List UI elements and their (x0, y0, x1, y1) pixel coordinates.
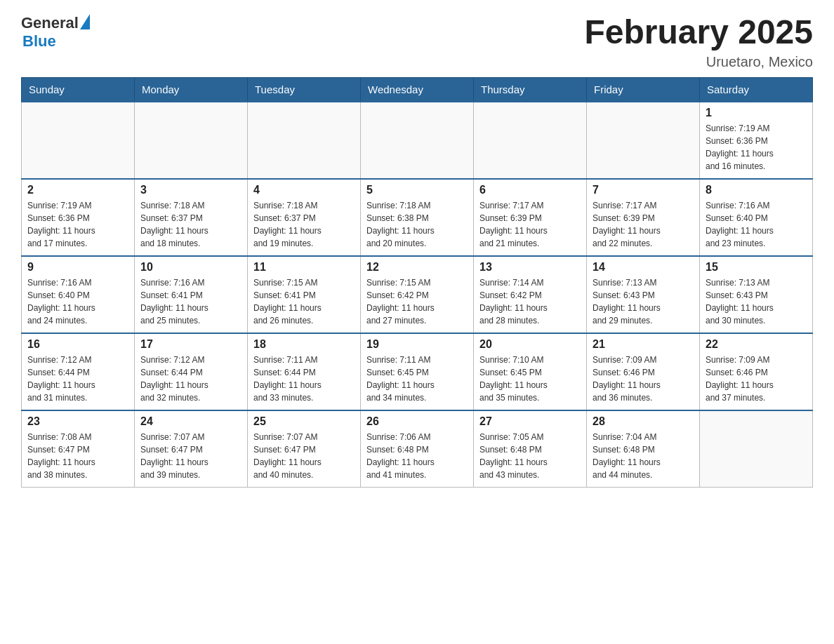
day-number: 9 (27, 261, 128, 274)
calendar-cell-w1-d0 (22, 102, 135, 179)
day-info: Sunrise: 7:13 AMSunset: 6:43 PMDaylight:… (706, 276, 807, 327)
day-number: 24 (140, 415, 241, 428)
day-number: 17 (140, 338, 241, 351)
day-info: Sunrise: 7:18 AMSunset: 6:37 PMDaylight:… (253, 199, 355, 250)
day-number: 28 (593, 415, 694, 428)
calendar-cell-w2-d0: 2Sunrise: 7:19 AMSunset: 6:36 PMDaylight… (22, 179, 135, 256)
day-number: 10 (140, 261, 241, 274)
day-number: 21 (593, 338, 694, 351)
calendar-cell-w4-d1: 17Sunrise: 7:12 AMSunset: 6:44 PMDayligh… (135, 333, 248, 410)
day-number: 5 (366, 184, 468, 196)
calendar-cell-w5-d3: 26Sunrise: 7:06 AMSunset: 6:48 PMDayligh… (361, 410, 474, 488)
col-header-friday: Friday (587, 77, 700, 102)
col-header-monday: Monday (135, 77, 248, 102)
calendar-cell-w4-d4: 20Sunrise: 7:10 AMSunset: 6:45 PMDayligh… (474, 333, 587, 410)
day-info: Sunrise: 7:11 AMSunset: 6:45 PMDaylight:… (366, 354, 468, 404)
day-info: Sunrise: 7:05 AMSunset: 6:48 PMDaylight:… (479, 431, 581, 481)
calendar-cell-w2-d6: 8Sunrise: 7:16 AMSunset: 6:40 PMDaylight… (700, 179, 813, 256)
col-header-thursday: Thursday (474, 77, 587, 102)
day-info: Sunrise: 7:16 AMSunset: 6:41 PMDaylight:… (140, 276, 241, 327)
day-number: 1 (706, 107, 807, 119)
day-number: 3 (140, 184, 241, 196)
calendar-cell-w5-d6 (700, 410, 813, 488)
day-number: 19 (366, 338, 468, 351)
day-number: 13 (479, 261, 581, 274)
calendar-cell-w2-d5: 7Sunrise: 7:17 AMSunset: 6:39 PMDaylight… (587, 179, 700, 256)
day-info: Sunrise: 7:13 AMSunset: 6:43 PMDaylight:… (593, 276, 694, 327)
day-info: Sunrise: 7:06 AMSunset: 6:48 PMDaylight:… (366, 431, 468, 481)
day-info: Sunrise: 7:18 AMSunset: 6:37 PMDaylight:… (140, 199, 241, 250)
calendar-cell-w5-d2: 25Sunrise: 7:07 AMSunset: 6:47 PMDayligh… (248, 410, 361, 488)
week-row-1: 1Sunrise: 7:19 AMSunset: 6:36 PMDaylight… (22, 102, 813, 179)
day-info: Sunrise: 7:08 AMSunset: 6:47 PMDaylight:… (27, 431, 128, 481)
day-info: Sunrise: 7:04 AMSunset: 6:48 PMDaylight:… (593, 431, 694, 481)
calendar-cell-w1-d2 (248, 102, 361, 179)
day-info: Sunrise: 7:11 AMSunset: 6:44 PMDaylight:… (253, 354, 355, 404)
day-number: 4 (253, 184, 355, 196)
day-number: 26 (366, 415, 468, 428)
calendar-cell-w1-d6: 1Sunrise: 7:19 AMSunset: 6:36 PMDaylight… (700, 102, 813, 179)
day-number: 27 (479, 415, 581, 428)
day-number: 6 (479, 184, 581, 196)
calendar-cell-w3-d2: 11Sunrise: 7:15 AMSunset: 6:41 PMDayligh… (248, 256, 361, 333)
day-info: Sunrise: 7:07 AMSunset: 6:47 PMDaylight:… (253, 431, 355, 481)
day-info: Sunrise: 7:09 AMSunset: 6:46 PMDaylight:… (593, 354, 694, 404)
day-info: Sunrise: 7:10 AMSunset: 6:45 PMDaylight:… (479, 354, 581, 404)
calendar-cell-w3-d6: 15Sunrise: 7:13 AMSunset: 6:43 PMDayligh… (700, 256, 813, 333)
calendar-cell-w4-d5: 21Sunrise: 7:09 AMSunset: 6:46 PMDayligh… (587, 333, 700, 410)
day-number: 14 (593, 261, 694, 274)
calendar-cell-w3-d4: 13Sunrise: 7:14 AMSunset: 6:42 PMDayligh… (474, 256, 587, 333)
logo-general-text: General (21, 14, 79, 32)
col-header-saturday: Saturday (700, 77, 813, 102)
calendar-cell-w5-d1: 24Sunrise: 7:07 AMSunset: 6:47 PMDayligh… (135, 410, 248, 488)
page-header: General Blue February 2025 Uruetaro, Mex… (21, 14, 813, 70)
day-number: 8 (706, 184, 807, 196)
calendar-cell-w1-d4 (474, 102, 587, 179)
day-number: 20 (479, 338, 581, 351)
day-info: Sunrise: 7:17 AMSunset: 6:39 PMDaylight:… (593, 199, 694, 250)
week-row-4: 16Sunrise: 7:12 AMSunset: 6:44 PMDayligh… (22, 333, 813, 410)
calendar-cell-w5-d0: 23Sunrise: 7:08 AMSunset: 6:47 PMDayligh… (22, 410, 135, 488)
calendar-cell-w4-d3: 19Sunrise: 7:11 AMSunset: 6:45 PMDayligh… (361, 333, 474, 410)
day-info: Sunrise: 7:12 AMSunset: 6:44 PMDaylight:… (27, 354, 128, 404)
day-number: 22 (706, 338, 807, 351)
col-header-wednesday: Wednesday (361, 77, 474, 102)
week-row-3: 9Sunrise: 7:16 AMSunset: 6:40 PMDaylight… (22, 256, 813, 333)
logo-triangle-icon (80, 14, 90, 29)
week-row-2: 2Sunrise: 7:19 AMSunset: 6:36 PMDaylight… (22, 179, 813, 256)
day-number: 7 (593, 184, 694, 196)
day-info: Sunrise: 7:19 AMSunset: 6:36 PMDaylight:… (706, 122, 807, 173)
col-header-sunday: Sunday (22, 77, 135, 102)
calendar-cell-w1-d3 (361, 102, 474, 179)
calendar-cell-w2-d3: 5Sunrise: 7:18 AMSunset: 6:38 PMDaylight… (361, 179, 474, 256)
calendar-cell-w5-d4: 27Sunrise: 7:05 AMSunset: 6:48 PMDayligh… (474, 410, 587, 488)
calendar-cell-w4-d2: 18Sunrise: 7:11 AMSunset: 6:44 PMDayligh… (248, 333, 361, 410)
day-info: Sunrise: 7:15 AMSunset: 6:42 PMDaylight:… (366, 276, 468, 327)
day-info: Sunrise: 7:15 AMSunset: 6:41 PMDaylight:… (253, 276, 355, 327)
month-title: February 2025 (584, 14, 813, 51)
day-number: 15 (706, 261, 807, 274)
calendar-cell-w3-d1: 10Sunrise: 7:16 AMSunset: 6:41 PMDayligh… (135, 256, 248, 333)
calendar-cell-w2-d2: 4Sunrise: 7:18 AMSunset: 6:37 PMDaylight… (248, 179, 361, 256)
calendar-cell-w4-d6: 22Sunrise: 7:09 AMSunset: 6:46 PMDayligh… (700, 333, 813, 410)
calendar-cell-w3-d3: 12Sunrise: 7:15 AMSunset: 6:42 PMDayligh… (361, 256, 474, 333)
day-info: Sunrise: 7:07 AMSunset: 6:47 PMDaylight:… (140, 431, 241, 481)
day-info: Sunrise: 7:16 AMSunset: 6:40 PMDaylight:… (27, 276, 128, 327)
day-number: 12 (366, 261, 468, 274)
col-header-tuesday: Tuesday (248, 77, 361, 102)
day-info: Sunrise: 7:18 AMSunset: 6:38 PMDaylight:… (366, 199, 468, 250)
logo-blue-text: Blue (22, 32, 90, 51)
calendar-cell-w4-d0: 16Sunrise: 7:12 AMSunset: 6:44 PMDayligh… (22, 333, 135, 410)
week-row-5: 23Sunrise: 7:08 AMSunset: 6:47 PMDayligh… (22, 410, 813, 488)
location-label: Uruetaro, Mexico (584, 54, 813, 70)
calendar-cell-w3-d5: 14Sunrise: 7:13 AMSunset: 6:43 PMDayligh… (587, 256, 700, 333)
calendar-cell-w2-d4: 6Sunrise: 7:17 AMSunset: 6:39 PMDaylight… (474, 179, 587, 256)
day-number: 23 (27, 415, 128, 428)
calendar-cell-w1-d1 (135, 102, 248, 179)
calendar-cell-w3-d0: 9Sunrise: 7:16 AMSunset: 6:40 PMDaylight… (22, 256, 135, 333)
day-info: Sunrise: 7:14 AMSunset: 6:42 PMDaylight:… (479, 276, 581, 327)
day-info: Sunrise: 7:16 AMSunset: 6:40 PMDaylight:… (706, 199, 807, 250)
day-number: 16 (27, 338, 128, 351)
day-info: Sunrise: 7:17 AMSunset: 6:39 PMDaylight:… (479, 199, 581, 250)
calendar-cell-w5-d5: 28Sunrise: 7:04 AMSunset: 6:48 PMDayligh… (587, 410, 700, 488)
